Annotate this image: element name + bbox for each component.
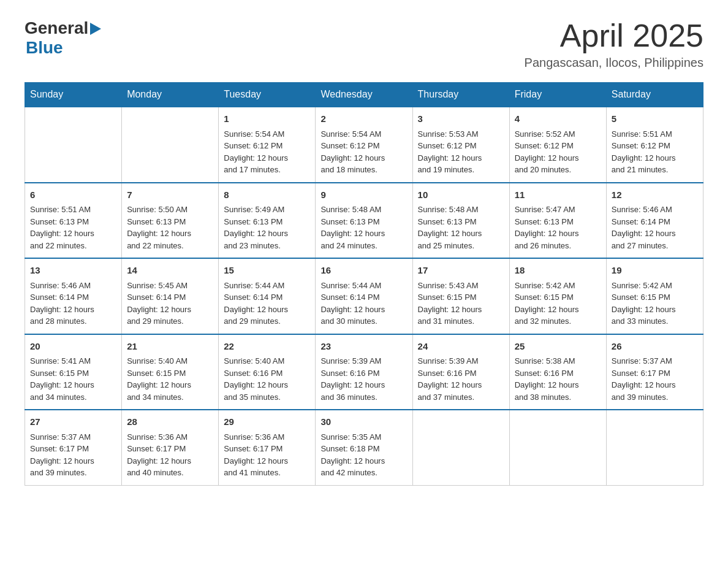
day-number: 14 xyxy=(127,264,213,278)
day-number: 12 xyxy=(612,188,698,202)
table-row: 17Sunrise: 5:43 AM Sunset: 6:15 PM Dayli… xyxy=(412,258,509,334)
day-number: 1 xyxy=(224,112,310,126)
svg-marker-0 xyxy=(90,23,101,35)
table-row: 23Sunrise: 5:39 AM Sunset: 6:16 PM Dayli… xyxy=(316,334,412,410)
calendar-week-row: 13Sunrise: 5:46 AM Sunset: 6:14 PM Dayli… xyxy=(25,258,703,334)
table-row: 19Sunrise: 5:42 AM Sunset: 6:15 PM Dayli… xyxy=(606,258,703,334)
table-row: 7Sunrise: 5:50 AM Sunset: 6:13 PM Daylig… xyxy=(122,183,219,259)
day-info: Sunrise: 5:40 AM Sunset: 6:15 PM Dayligh… xyxy=(127,355,213,403)
logo: General Blue xyxy=(25,18,101,58)
calendar-week-row: 27Sunrise: 5:37 AM Sunset: 6:17 PM Dayli… xyxy=(25,410,703,485)
table-row: 10Sunrise: 5:48 AM Sunset: 6:13 PM Dayli… xyxy=(412,183,509,259)
day-number: 17 xyxy=(418,264,504,278)
day-info: Sunrise: 5:52 AM Sunset: 6:12 PM Dayligh… xyxy=(515,128,601,176)
table-row: 9Sunrise: 5:48 AM Sunset: 6:13 PM Daylig… xyxy=(316,183,412,259)
table-row: 25Sunrise: 5:38 AM Sunset: 6:16 PM Dayli… xyxy=(509,334,606,410)
table-row: 16Sunrise: 5:44 AM Sunset: 6:14 PM Dayli… xyxy=(316,258,412,334)
table-row: 12Sunrise: 5:46 AM Sunset: 6:14 PM Dayli… xyxy=(606,183,703,259)
day-info: Sunrise: 5:39 AM Sunset: 6:16 PM Dayligh… xyxy=(418,355,504,403)
day-number: 30 xyxy=(320,415,407,429)
day-number: 4 xyxy=(515,112,601,126)
day-number: 5 xyxy=(612,112,698,126)
calendar-week-row: 1Sunrise: 5:54 AM Sunset: 6:12 PM Daylig… xyxy=(25,107,703,183)
table-row xyxy=(606,410,703,485)
day-info: Sunrise: 5:46 AM Sunset: 6:14 PM Dayligh… xyxy=(30,280,116,327)
table-row: 1Sunrise: 5:54 AM Sunset: 6:12 PM Daylig… xyxy=(219,107,316,183)
col-wednesday: Wednesday xyxy=(316,83,412,107)
logo-general-text: General xyxy=(25,18,88,38)
day-number: 25 xyxy=(515,340,601,354)
table-row: 8Sunrise: 5:49 AM Sunset: 6:13 PM Daylig… xyxy=(219,183,316,259)
table-row: 21Sunrise: 5:40 AM Sunset: 6:15 PM Dayli… xyxy=(122,334,219,410)
day-number: 2 xyxy=(320,112,407,126)
table-row: 29Sunrise: 5:36 AM Sunset: 6:17 PM Dayli… xyxy=(219,410,316,485)
table-row: 24Sunrise: 5:39 AM Sunset: 6:16 PM Dayli… xyxy=(412,334,509,410)
table-row: 22Sunrise: 5:40 AM Sunset: 6:16 PM Dayli… xyxy=(219,334,316,410)
day-info: Sunrise: 5:40 AM Sunset: 6:16 PM Dayligh… xyxy=(224,355,310,403)
day-info: Sunrise: 5:53 AM Sunset: 6:12 PM Dayligh… xyxy=(418,128,504,176)
col-tuesday: Tuesday xyxy=(219,83,316,107)
day-info: Sunrise: 5:48 AM Sunset: 6:13 PM Dayligh… xyxy=(418,204,504,251)
day-number: 20 xyxy=(30,340,116,354)
day-info: Sunrise: 5:54 AM Sunset: 6:12 PM Dayligh… xyxy=(320,128,407,176)
table-row xyxy=(412,410,509,485)
day-info: Sunrise: 5:39 AM Sunset: 6:16 PM Dayligh… xyxy=(320,355,407,403)
table-row: 5Sunrise: 5:51 AM Sunset: 6:12 PM Daylig… xyxy=(606,107,703,183)
calendar-header-row: Sunday Monday Tuesday Wednesday Thursday… xyxy=(25,83,703,107)
day-number: 15 xyxy=(224,264,310,278)
table-row: 30Sunrise: 5:35 AM Sunset: 6:18 PM Dayli… xyxy=(316,410,412,485)
day-info: Sunrise: 5:44 AM Sunset: 6:14 PM Dayligh… xyxy=(224,280,310,327)
col-monday: Monday xyxy=(122,83,219,107)
table-row: 15Sunrise: 5:44 AM Sunset: 6:14 PM Dayli… xyxy=(219,258,316,334)
logo-arrow-icon xyxy=(90,23,101,37)
day-info: Sunrise: 5:51 AM Sunset: 6:12 PM Dayligh… xyxy=(612,128,698,176)
day-info: Sunrise: 5:49 AM Sunset: 6:13 PM Dayligh… xyxy=(224,204,310,251)
day-info: Sunrise: 5:41 AM Sunset: 6:15 PM Dayligh… xyxy=(30,355,116,403)
month-title: April 2025 xyxy=(525,18,703,53)
day-info: Sunrise: 5:37 AM Sunset: 6:17 PM Dayligh… xyxy=(30,431,116,479)
location-title: Pangascasan, Ilocos, Philippines xyxy=(525,56,703,70)
day-info: Sunrise: 5:36 AM Sunset: 6:17 PM Dayligh… xyxy=(224,431,310,479)
day-number: 24 xyxy=(418,340,504,354)
day-info: Sunrise: 5:44 AM Sunset: 6:14 PM Dayligh… xyxy=(320,280,407,327)
day-number: 16 xyxy=(320,264,407,278)
day-number: 21 xyxy=(127,340,213,354)
col-friday: Friday xyxy=(509,83,606,107)
day-info: Sunrise: 5:50 AM Sunset: 6:13 PM Dayligh… xyxy=(127,204,213,251)
table-row: 6Sunrise: 5:51 AM Sunset: 6:13 PM Daylig… xyxy=(25,183,122,259)
day-info: Sunrise: 5:54 AM Sunset: 6:12 PM Dayligh… xyxy=(224,128,310,176)
calendar-week-row: 6Sunrise: 5:51 AM Sunset: 6:13 PM Daylig… xyxy=(25,183,703,259)
col-thursday: Thursday xyxy=(412,83,509,107)
day-number: 22 xyxy=(224,340,310,354)
col-sunday: Sunday xyxy=(25,83,122,107)
calendar-week-row: 20Sunrise: 5:41 AM Sunset: 6:15 PM Dayli… xyxy=(25,334,703,410)
day-info: Sunrise: 5:35 AM Sunset: 6:18 PM Dayligh… xyxy=(320,431,407,479)
logo-blue-text: Blue xyxy=(25,38,63,57)
table-row: 11Sunrise: 5:47 AM Sunset: 6:13 PM Dayli… xyxy=(509,183,606,259)
day-info: Sunrise: 5:46 AM Sunset: 6:14 PM Dayligh… xyxy=(612,204,698,251)
day-number: 23 xyxy=(320,340,407,354)
table-row xyxy=(122,107,219,183)
day-number: 11 xyxy=(515,188,601,202)
day-number: 13 xyxy=(30,264,116,278)
day-number: 7 xyxy=(127,188,213,202)
day-info: Sunrise: 5:37 AM Sunset: 6:17 PM Dayligh… xyxy=(612,355,698,403)
day-number: 3 xyxy=(418,112,504,126)
table-row: 18Sunrise: 5:42 AM Sunset: 6:15 PM Dayli… xyxy=(509,258,606,334)
table-row: 2Sunrise: 5:54 AM Sunset: 6:12 PM Daylig… xyxy=(316,107,412,183)
day-info: Sunrise: 5:47 AM Sunset: 6:13 PM Dayligh… xyxy=(515,204,601,251)
day-number: 18 xyxy=(515,264,601,278)
calendar-table: Sunday Monday Tuesday Wednesday Thursday… xyxy=(25,82,703,486)
col-saturday: Saturday xyxy=(606,83,703,107)
title-area: April 2025 Pangascasan, Ilocos, Philippi… xyxy=(525,18,703,70)
day-number: 8 xyxy=(224,188,310,202)
day-info: Sunrise: 5:51 AM Sunset: 6:13 PM Dayligh… xyxy=(30,204,116,251)
table-row: 26Sunrise: 5:37 AM Sunset: 6:17 PM Dayli… xyxy=(606,334,703,410)
day-info: Sunrise: 5:42 AM Sunset: 6:15 PM Dayligh… xyxy=(612,280,698,327)
table-row: 4Sunrise: 5:52 AM Sunset: 6:12 PM Daylig… xyxy=(509,107,606,183)
page-header: General Blue April 2025 Pangascasan, Ilo… xyxy=(25,18,703,70)
table-row: 20Sunrise: 5:41 AM Sunset: 6:15 PM Dayli… xyxy=(25,334,122,410)
table-row: 13Sunrise: 5:46 AM Sunset: 6:14 PM Dayli… xyxy=(25,258,122,334)
day-number: 10 xyxy=(418,188,504,202)
day-info: Sunrise: 5:45 AM Sunset: 6:14 PM Dayligh… xyxy=(127,280,213,327)
